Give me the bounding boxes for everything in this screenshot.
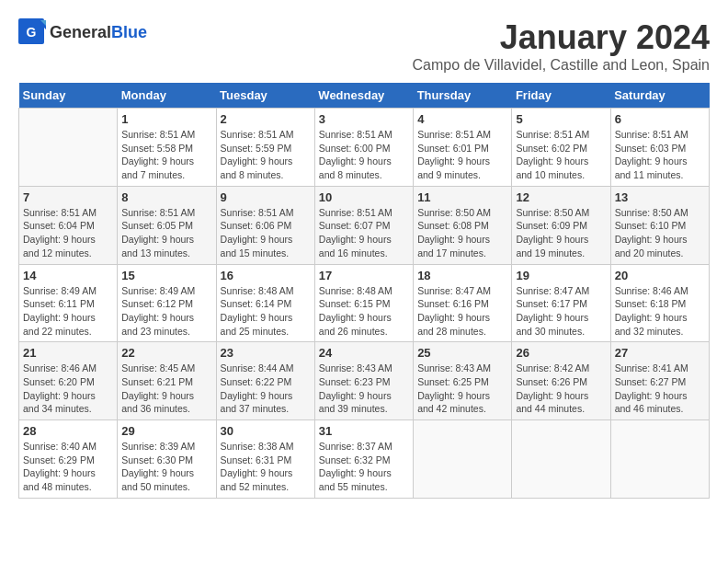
day-number: 24: [319, 346, 409, 360]
day-number: 11: [417, 190, 507, 204]
day-number: 4: [417, 112, 507, 126]
day-info: Sunrise: 8:51 AM Sunset: 6:00 PM Dayligh…: [319, 128, 409, 182]
logo: G General Blue: [18, 18, 147, 46]
calendar-cell: 9Sunrise: 8:51 AM Sunset: 6:06 PM Daylig…: [216, 186, 314, 264]
day-info: Sunrise: 8:51 AM Sunset: 6:06 PM Dayligh…: [221, 206, 311, 260]
day-info: Sunrise: 8:41 AM Sunset: 6:27 PM Dayligh…: [615, 362, 705, 416]
day-number: 12: [516, 190, 606, 204]
calendar-cell: 24Sunrise: 8:43 AM Sunset: 6:23 PM Dayli…: [314, 342, 413, 420]
day-number: 30: [221, 424, 311, 438]
calendar-week-row: 7Sunrise: 8:51 AM Sunset: 6:04 PM Daylig…: [19, 186, 710, 264]
day-number: 13: [615, 190, 705, 204]
day-of-week-header: Sunday: [19, 83, 118, 109]
calendar-cell: 28Sunrise: 8:40 AM Sunset: 6:29 PM Dayli…: [19, 420, 118, 499]
calendar-cell: 7Sunrise: 8:51 AM Sunset: 6:04 PM Daylig…: [19, 186, 118, 264]
day-info: Sunrise: 8:51 AM Sunset: 6:01 PM Dayligh…: [417, 128, 507, 182]
calendar-header-row: SundayMondayTuesdayWednesdayThursdayFrid…: [19, 83, 710, 109]
day-number: 3: [319, 112, 409, 126]
calendar-cell: 6Sunrise: 8:51 AM Sunset: 6:03 PM Daylig…: [610, 109, 709, 187]
calendar-cell: 26Sunrise: 8:42 AM Sunset: 6:26 PM Dayli…: [512, 342, 610, 420]
day-number: 5: [516, 112, 606, 126]
calendar-cell: 2Sunrise: 8:51 AM Sunset: 5:59 PM Daylig…: [216, 109, 314, 187]
day-info: Sunrise: 8:48 AM Sunset: 6:14 PM Dayligh…: [221, 284, 311, 339]
day-of-week-header: Saturday: [610, 83, 709, 109]
day-number: 25: [417, 346, 507, 360]
day-info: Sunrise: 8:40 AM Sunset: 6:29 PM Dayligh…: [23, 440, 113, 494]
day-number: 15: [121, 269, 211, 282]
day-number: 6: [615, 112, 705, 126]
calendar-week-row: 21Sunrise: 8:46 AM Sunset: 6:20 PM Dayli…: [19, 342, 710, 420]
day-info: Sunrise: 8:47 AM Sunset: 6:16 PM Dayligh…: [417, 284, 507, 339]
calendar-cell: [414, 420, 512, 499]
day-number: 22: [121, 346, 211, 360]
calendar-cell: 12Sunrise: 8:50 AM Sunset: 6:09 PM Dayli…: [512, 186, 610, 264]
calendar-week-row: 28Sunrise: 8:40 AM Sunset: 6:29 PM Dayli…: [19, 420, 710, 499]
calendar-week-row: 14Sunrise: 8:49 AM Sunset: 6:11 PM Dayli…: [19, 264, 710, 342]
calendar-subtitle: Campo de Villavidel, Castille and Leon, …: [413, 57, 710, 74]
calendar-cell: 31Sunrise: 8:37 AM Sunset: 6:32 PM Dayli…: [314, 420, 413, 499]
logo-text-general: General: [50, 23, 111, 42]
day-info: Sunrise: 8:51 AM Sunset: 6:04 PM Dayligh…: [23, 206, 113, 260]
svg-text:G: G: [27, 25, 37, 40]
calendar-title: January 2024: [413, 18, 710, 57]
calendar-cell: 10Sunrise: 8:51 AM Sunset: 6:07 PM Dayli…: [314, 186, 413, 264]
day-info: Sunrise: 8:47 AM Sunset: 6:17 PM Dayligh…: [516, 284, 606, 339]
calendar-cell: 11Sunrise: 8:50 AM Sunset: 6:08 PM Dayli…: [414, 186, 512, 264]
calendar-cell: [610, 420, 709, 499]
calendar-cell: 14Sunrise: 8:49 AM Sunset: 6:11 PM Dayli…: [19, 264, 118, 342]
day-info: Sunrise: 8:51 AM Sunset: 6:03 PM Dayligh…: [615, 128, 705, 182]
day-info: Sunrise: 8:37 AM Sunset: 6:32 PM Dayligh…: [319, 440, 409, 494]
title-section: January 2024 Campo de Villavidel, Castil…: [413, 18, 710, 74]
day-info: Sunrise: 8:42 AM Sunset: 6:26 PM Dayligh…: [516, 362, 606, 416]
calendar-cell: 22Sunrise: 8:45 AM Sunset: 6:21 PM Dayli…: [118, 342, 216, 420]
day-number: 8: [121, 190, 211, 204]
day-info: Sunrise: 8:49 AM Sunset: 6:11 PM Dayligh…: [23, 284, 113, 339]
day-info: Sunrise: 8:46 AM Sunset: 6:20 PM Dayligh…: [23, 362, 113, 416]
calendar-cell: [19, 109, 118, 187]
day-info: Sunrise: 8:43 AM Sunset: 6:23 PM Dayligh…: [319, 362, 409, 416]
day-of-week-header: Tuesday: [216, 83, 314, 109]
calendar-cell: 3Sunrise: 8:51 AM Sunset: 6:00 PM Daylig…: [314, 109, 413, 187]
calendar-cell: 15Sunrise: 8:49 AM Sunset: 6:12 PM Dayli…: [118, 264, 216, 342]
day-number: 31: [319, 424, 409, 438]
logo-icon: G: [18, 18, 46, 46]
day-info: Sunrise: 8:38 AM Sunset: 6:31 PM Dayligh…: [221, 440, 311, 494]
day-info: Sunrise: 8:51 AM Sunset: 5:59 PM Dayligh…: [221, 128, 311, 182]
day-number: 9: [221, 190, 311, 204]
day-number: 19: [516, 269, 606, 282]
day-number: 18: [417, 269, 507, 282]
day-number: 17: [319, 269, 409, 282]
calendar-cell: 21Sunrise: 8:46 AM Sunset: 6:20 PM Dayli…: [19, 342, 118, 420]
day-info: Sunrise: 8:51 AM Sunset: 6:05 PM Dayligh…: [121, 206, 211, 260]
calendar-cell: 20Sunrise: 8:46 AM Sunset: 6:18 PM Dayli…: [610, 264, 709, 342]
day-number: 2: [221, 112, 311, 126]
calendar-week-row: 1Sunrise: 8:51 AM Sunset: 5:58 PM Daylig…: [19, 109, 710, 187]
day-info: Sunrise: 8:43 AM Sunset: 6:25 PM Dayligh…: [417, 362, 507, 416]
day-number: 20: [615, 269, 705, 282]
day-info: Sunrise: 8:50 AM Sunset: 6:08 PM Dayligh…: [417, 206, 507, 260]
calendar-cell: 18Sunrise: 8:47 AM Sunset: 6:16 PM Dayli…: [414, 264, 512, 342]
day-number: 29: [121, 424, 211, 438]
calendar-cell: 16Sunrise: 8:48 AM Sunset: 6:14 PM Dayli…: [216, 264, 314, 342]
day-number: 1: [121, 112, 211, 126]
day-info: Sunrise: 8:50 AM Sunset: 6:10 PM Dayligh…: [615, 206, 705, 260]
calendar-cell: 19Sunrise: 8:47 AM Sunset: 6:17 PM Dayli…: [512, 264, 610, 342]
calendar-cell: 5Sunrise: 8:51 AM Sunset: 6:02 PM Daylig…: [512, 109, 610, 187]
day-info: Sunrise: 8:39 AM Sunset: 6:30 PM Dayligh…: [121, 440, 211, 494]
day-number: 16: [221, 269, 311, 282]
calendar-cell: [512, 420, 610, 499]
day-of-week-header: Wednesday: [314, 83, 413, 109]
day-info: Sunrise: 8:50 AM Sunset: 6:09 PM Dayligh…: [516, 206, 606, 260]
day-number: 28: [23, 424, 113, 438]
calendar-cell: 1Sunrise: 8:51 AM Sunset: 5:58 PM Daylig…: [118, 109, 216, 187]
calendar-table: SundayMondayTuesdayWednesdayThursdayFrid…: [18, 83, 710, 499]
day-info: Sunrise: 8:45 AM Sunset: 6:21 PM Dayligh…: [121, 362, 211, 416]
calendar-cell: 13Sunrise: 8:50 AM Sunset: 6:10 PM Dayli…: [610, 186, 709, 264]
day-info: Sunrise: 8:51 AM Sunset: 6:02 PM Dayligh…: [516, 128, 606, 182]
day-info: Sunrise: 8:44 AM Sunset: 6:22 PM Dayligh…: [221, 362, 311, 416]
day-number: 23: [221, 346, 311, 360]
calendar-cell: 23Sunrise: 8:44 AM Sunset: 6:22 PM Dayli…: [216, 342, 314, 420]
day-number: 21: [23, 346, 113, 360]
calendar-cell: 17Sunrise: 8:48 AM Sunset: 6:15 PM Dayli…: [314, 264, 413, 342]
calendar-cell: 30Sunrise: 8:38 AM Sunset: 6:31 PM Dayli…: [216, 420, 314, 499]
